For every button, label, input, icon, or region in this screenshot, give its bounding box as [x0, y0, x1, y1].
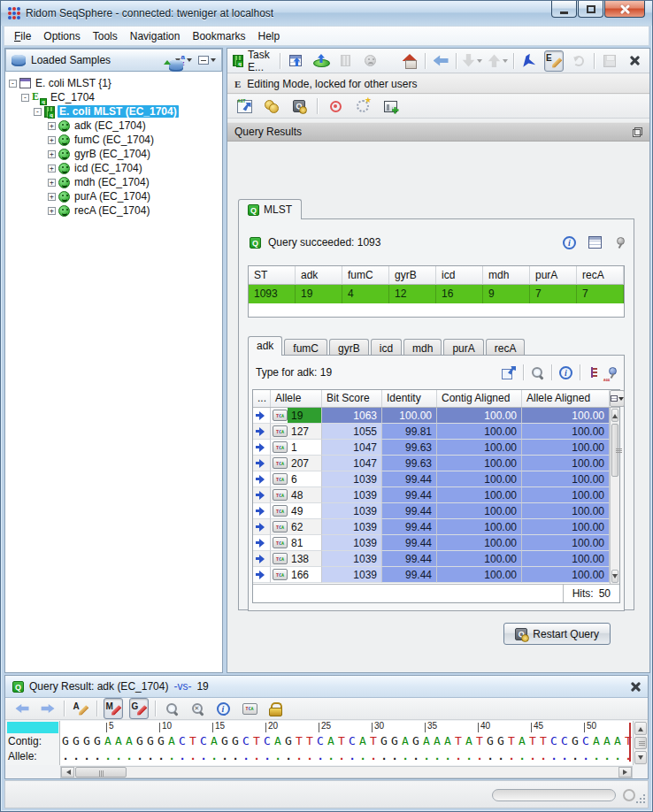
tree-node-gene[interactable]: +mdh (EC_1704)	[5, 175, 222, 189]
sequence-hscrollbar[interactable]	[60, 766, 633, 778]
allele-sequence[interactable]: ........................................…	[60, 750, 633, 762]
contig-base[interactable]: G	[156, 733, 166, 749]
tree-label-gene[interactable]: purA (EC_1704)	[73, 190, 152, 203]
contig-base[interactable]: T	[294, 733, 304, 749]
contig-base[interactable]: C	[262, 733, 273, 749]
recalculate-button[interactable]: ★	[353, 96, 373, 117]
hits-header-cell[interactable]: Identity	[382, 390, 437, 407]
hits-cell[interactable]: 99.44	[382, 471, 437, 487]
contig-base[interactable]: C	[347, 733, 357, 749]
st-value-cell[interactable]: 16	[436, 285, 483, 303]
tree-label-sample[interactable]: EC_1704	[49, 91, 96, 103]
expander-icon[interactable]: +	[48, 136, 56, 144]
contig-base[interactable]: A	[357, 733, 368, 749]
allele-number[interactable]: 207	[288, 456, 321, 471]
expander-icon[interactable]: -	[34, 108, 42, 116]
trace-table-button[interactable]: TCA	[239, 698, 258, 719]
allele-match-dot[interactable]: .	[315, 752, 326, 761]
reload-alleles-button[interactable]	[262, 96, 281, 117]
contig-base[interactable]: A	[124, 733, 134, 749]
contig-base[interactable]: G	[570, 733, 580, 749]
hits-cell[interactable]: 1039	[322, 471, 382, 487]
tree-node-gene[interactable]: +gyrB (EC_1704)	[5, 147, 222, 161]
hits-cell[interactable]: 100.00	[522, 471, 610, 487]
go-end-button[interactable]	[38, 698, 58, 719]
hits-cell[interactable]: 1039	[322, 519, 382, 535]
export-sequence-button[interactable]: AGT	[234, 96, 254, 117]
contig-base[interactable]: G	[411, 733, 421, 749]
hits-cell[interactable]: 100.00	[437, 487, 522, 503]
tca-icon[interactable]: TCA	[273, 569, 288, 580]
expander-icon[interactable]: +	[48, 122, 56, 130]
allele-match-dot[interactable]: .	[134, 752, 145, 761]
hits-header-cell[interactable]: Allele	[271, 390, 322, 407]
hits-cell[interactable]: 100.00	[522, 487, 610, 503]
contig-base[interactable]: C	[315, 733, 326, 749]
info-icon[interactable]: i	[563, 236, 576, 249]
allele-tab-gyrB[interactable]: gyrB	[329, 339, 369, 356]
gel-view-button[interactable]	[335, 50, 355, 72]
minimize-button[interactable]	[551, 1, 577, 18]
hits-cell[interactable]: 100.00	[437, 567, 522, 583]
hits-cell[interactable]: 100.00	[522, 440, 610, 456]
tree-label-gene[interactable]: mdh (EC_1704)	[73, 176, 151, 188]
contig-base[interactable]: A	[209, 733, 219, 749]
gap-toggle[interactable]: G	[129, 698, 149, 719]
contig-base[interactable]: T	[304, 733, 315, 749]
open-result-arrow-icon[interactable]	[256, 507, 266, 516]
scrollbar-thumb[interactable]	[75, 767, 127, 778]
allele-match-dot[interactable]: .	[474, 752, 485, 761]
allele-match-dot[interactable]: .	[294, 752, 304, 761]
allele-match-dot[interactable]: .	[506, 752, 517, 761]
editing-mode-toggle[interactable]: E	[544, 50, 564, 72]
info-button[interactable]: i	[213, 698, 233, 719]
st-header-cell[interactable]: purA	[530, 266, 577, 285]
st-value-cell[interactable]: 7	[530, 285, 577, 303]
hits-cell[interactable]: 1039	[322, 551, 382, 567]
hits-cell[interactable]: 1039	[322, 487, 382, 503]
allele-match-dot[interactable]: .	[368, 752, 379, 761]
add-chart-button[interactable]	[380, 96, 400, 117]
contig-base[interactable]: C	[580, 733, 591, 749]
contig-base[interactable]: C	[177, 733, 188, 749]
hits-cell[interactable]: 1039	[322, 567, 382, 583]
magnifier-icon[interactable]	[531, 366, 544, 379]
hits-cell[interactable]: 100.00	[437, 408, 522, 424]
st-value-cell[interactable]: 12	[389, 285, 436, 303]
contig-base[interactable]: T	[506, 733, 517, 749]
allele-match-dot[interactable]: .	[527, 752, 538, 761]
allele-number[interactable]: 62	[288, 519, 321, 534]
tree-label-selected[interactable]: E. coli MLST (EC_1704)	[58, 105, 179, 118]
hits-row[interactable]: TCA127105599.81100.00100.00	[253, 424, 610, 440]
allele-match-dot[interactable]: .	[177, 752, 188, 761]
allele-tab-recA[interactable]: recA	[486, 339, 526, 356]
allele-tab-adk[interactable]: adk	[248, 336, 282, 356]
pin-agg-icon[interactable]: AGG	[606, 366, 617, 379]
allele-match-dot[interactable]: .	[421, 752, 432, 761]
allele-match-dot[interactable]: .	[251, 752, 262, 761]
contig-base[interactable]: G	[283, 733, 294, 749]
hits-cell[interactable]: 100.00	[437, 551, 522, 567]
allele-match-dot[interactable]: .	[570, 752, 580, 761]
allele-match-dot[interactable]: .	[517, 752, 527, 761]
sequence-vscrollbar[interactable]	[633, 721, 648, 765]
allele-number[interactable]: 48	[288, 487, 321, 502]
scrollbar-thumb[interactable]	[634, 737, 647, 749]
st-header-cell[interactable]: recA	[577, 266, 624, 285]
hits-cell[interactable]: 100.00	[437, 440, 522, 456]
contig-base[interactable]: T	[527, 733, 538, 749]
hits-cell[interactable]: 100.00	[437, 535, 522, 551]
open-result-arrow-icon[interactable]	[256, 459, 266, 468]
contig-base[interactable]: A	[273, 733, 283, 749]
scroll-left-button[interactable]	[61, 767, 74, 778]
allele-match-dot[interactable]: .	[389, 752, 400, 761]
hits-header-cell[interactable]: Contig Aligned	[437, 390, 522, 407]
allele-match-dot[interactable]: .	[241, 752, 251, 761]
allele-match-dot[interactable]: .	[230, 752, 241, 761]
go-start-button[interactable]	[12, 698, 32, 719]
allele-match-dot[interactable]: .	[336, 752, 347, 761]
contig-base[interactable]: A	[612, 733, 623, 749]
sync-button[interactable]	[569, 50, 588, 72]
tab-mlst[interactable]: Q MLST	[238, 199, 302, 219]
allele-match-dot[interactable]: .	[81, 752, 92, 761]
